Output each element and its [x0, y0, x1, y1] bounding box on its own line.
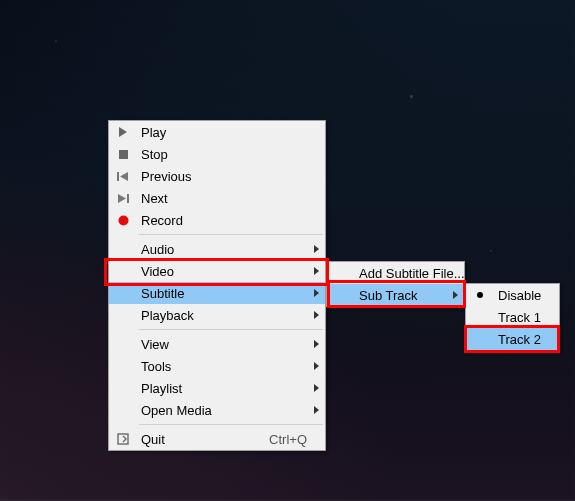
submenu-arrow-icon [314, 289, 319, 297]
menu-item-label: Record [141, 213, 307, 228]
submenu-arrow-icon [314, 406, 319, 414]
svg-marker-3 [120, 172, 128, 181]
bg-speck [55, 40, 57, 42]
submenu-arrow-icon [314, 340, 319, 348]
context-menu-main: Play Stop Previous Next Record [108, 120, 326, 451]
menu-item-video[interactable]: Video [109, 260, 325, 282]
menu-item-label: Sub Track [359, 288, 446, 303]
menu-item-label: Quit [141, 432, 245, 447]
menu-item-label: Previous [141, 169, 307, 184]
menu-item-tools[interactable]: Tools [109, 355, 325, 377]
menu-item-record[interactable]: Record [109, 209, 325, 231]
svg-rect-1 [119, 150, 128, 159]
menu-item-label: Audio [141, 242, 307, 257]
menu-item-add-subtitle-file[interactable]: Add Subtitle File... [327, 262, 464, 284]
menu-item-shortcut: Ctrl+Q [245, 432, 307, 447]
menu-item-label: Playlist [141, 381, 307, 396]
svg-rect-2 [117, 172, 119, 181]
menu-item-previous[interactable]: Previous [109, 165, 325, 187]
menu-item-sub-track[interactable]: Sub Track [327, 284, 464, 306]
radio-selected-icon [471, 288, 489, 302]
menu-item-next[interactable]: Next [109, 187, 325, 209]
menu-item-label: Add Subtitle File... [359, 266, 465, 281]
menu-item-subtrack-track2[interactable]: Track 2 [466, 328, 559, 350]
svg-marker-0 [119, 127, 127, 137]
menu-item-label: Stop [141, 147, 307, 162]
submenu-arrow-icon [314, 245, 319, 253]
menu-item-label: View [141, 337, 307, 352]
menu-item-label: Playback [141, 308, 307, 323]
submenu-arrow-icon [314, 267, 319, 275]
menu-item-subtrack-track1[interactable]: Track 1 [466, 306, 559, 328]
menu-item-playback[interactable]: Playback [109, 304, 325, 326]
menu-separator [139, 329, 323, 330]
submenu-arrow-icon [453, 291, 458, 299]
play-icon [114, 125, 132, 139]
stop-icon [114, 147, 132, 161]
svg-marker-4 [118, 194, 126, 203]
bg-speck [490, 250, 492, 252]
menu-item-label: Video [141, 264, 307, 279]
menu-item-label: Play [141, 125, 307, 140]
menu-item-playlist[interactable]: Playlist [109, 377, 325, 399]
menu-item-label: Disable [498, 288, 541, 303]
menu-item-label: Track 2 [498, 332, 541, 347]
menu-item-label: Subtitle [141, 286, 307, 301]
menu-item-open-media[interactable]: Open Media [109, 399, 325, 421]
bg-speck [410, 95, 413, 98]
next-icon [114, 191, 132, 205]
menu-item-stop[interactable]: Stop [109, 143, 325, 165]
submenu-arrow-icon [314, 362, 319, 370]
previous-icon [114, 169, 132, 183]
menu-separator [139, 424, 323, 425]
submenu-arrow-icon [314, 311, 319, 319]
menu-item-label: Open Media [141, 403, 307, 418]
svg-point-6 [118, 215, 128, 225]
menu-item-audio[interactable]: Audio [109, 238, 325, 260]
context-menu-subtitle: Add Subtitle File... Sub Track [326, 261, 465, 307]
context-menu-sub-track: Disable Track 1 Track 2 [465, 283, 560, 351]
menu-item-view[interactable]: View [109, 333, 325, 355]
menu-item-subtrack-disable[interactable]: Disable [466, 284, 559, 306]
menu-item-quit[interactable]: Quit Ctrl+Q [109, 428, 325, 450]
menu-item-label: Tools [141, 359, 307, 374]
menu-item-subtitle[interactable]: Subtitle [109, 282, 325, 304]
quit-icon [114, 432, 132, 446]
record-icon [114, 213, 132, 227]
submenu-arrow-icon [314, 384, 319, 392]
menu-separator [139, 234, 323, 235]
svg-rect-5 [127, 194, 129, 203]
menu-item-label: Track 1 [498, 310, 541, 325]
menu-item-play[interactable]: Play [109, 121, 325, 143]
menu-item-label: Next [141, 191, 307, 206]
